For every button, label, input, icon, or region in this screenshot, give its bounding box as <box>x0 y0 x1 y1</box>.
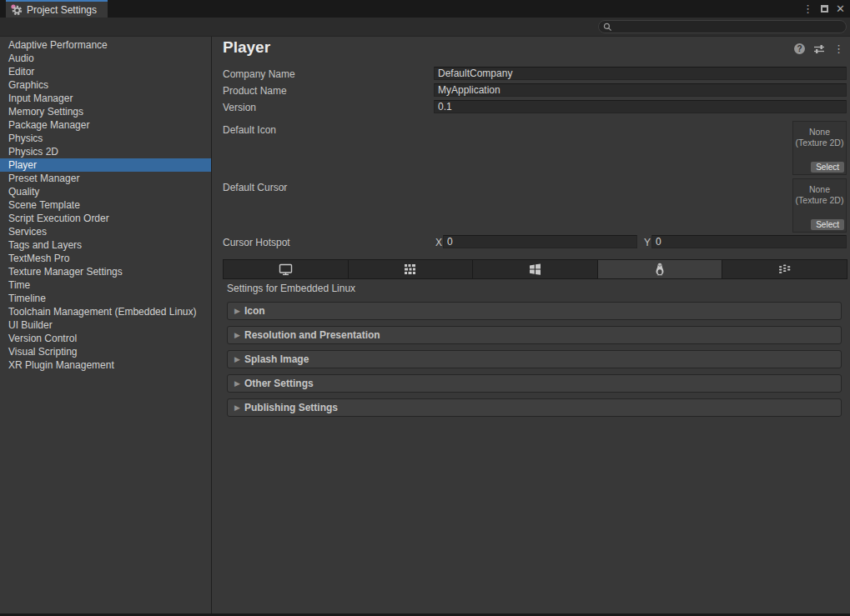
qnx-icon <box>778 264 792 275</box>
platform-tab-windows[interactable] <box>473 260 598 278</box>
windows-icon <box>529 263 541 275</box>
search-icon <box>603 23 612 32</box>
section-splash-image[interactable]: ▶ Splash Image <box>227 350 842 368</box>
sidebar-item-time[interactable]: Time <box>0 278 211 292</box>
sidebar-item-textmesh-pro[interactable]: TextMesh Pro <box>0 252 211 265</box>
settings-sidebar: Adaptive Performance Audio Editor Graphi… <box>0 37 212 616</box>
player-settings-panel: Player ? ⋮ Company Name Product Name Ver… <box>213 37 850 616</box>
section-other-settings[interactable]: ▶ Other Settings <box>227 374 842 393</box>
sidebar-item-adaptive-performance[interactable]: Adaptive Performance <box>0 38 211 52</box>
foldout-arrow-icon: ▶ <box>234 307 244 315</box>
default-icon-select-button[interactable]: Select <box>811 162 844 173</box>
sidebar-item-memory-settings[interactable]: Memory Settings <box>0 105 211 118</box>
sidebar-item-script-execution-order[interactable]: Script Execution Order <box>0 212 211 225</box>
help-icon[interactable]: ? <box>794 43 805 54</box>
foldout-arrow-icon: ▶ <box>234 331 244 339</box>
sidebar-item-timeline[interactable]: Timeline <box>0 292 211 305</box>
titlebar: Project Settings ⋮ ✕ <box>0 0 850 18</box>
sidebar-item-visual-scripting[interactable]: Visual Scripting <box>0 345 211 358</box>
product-name-input[interactable] <box>434 83 847 97</box>
foldout-arrow-icon: ▶ <box>234 355 244 363</box>
sidebar-item-quality[interactable]: Quality <box>0 185 211 198</box>
platform-tab-strip <box>223 259 847 279</box>
window-controls: ⋮ ✕ <box>802 0 845 18</box>
presets-icon[interactable] <box>813 44 825 54</box>
section-publishing-settings[interactable]: ▶ Publishing Settings <box>227 398 842 417</box>
section-resolution-and-presentation[interactable]: ▶ Resolution and Presentation <box>227 326 842 344</box>
sidebar-item-package-manager[interactable]: Package Manager <box>0 118 211 132</box>
default-cursor-none-text: None (Texture 2D) <box>793 179 846 206</box>
default-cursor-label: Default Cursor <box>223 182 287 193</box>
cursor-hotspot-x-label: X <box>435 237 442 248</box>
maximize-icon[interactable] <box>821 5 828 13</box>
default-icon-none-text: None (Texture 2D) <box>793 122 846 148</box>
panel-header-icons: ? ⋮ <box>794 43 844 54</box>
tab-project-settings[interactable]: Project Settings <box>6 0 108 18</box>
company-name-input[interactable] <box>434 67 847 80</box>
sidebar-item-scene-template[interactable]: Scene Template <box>0 198 211 212</box>
dedicated-server-icon <box>404 263 416 275</box>
sidebar-item-texture-manager-settings[interactable]: Texture Manager Settings <box>0 265 211 278</box>
more-options-icon[interactable]: ⋮ <box>833 43 844 54</box>
sidebar-item-services[interactable]: Services <box>0 225 211 238</box>
settings-for-platform-header: Settings for Embedded Linux <box>227 283 355 294</box>
sidebar-item-graphics[interactable]: Graphics <box>0 78 211 92</box>
sidebar-item-version-control[interactable]: Version Control <box>0 332 211 345</box>
tab-title: Project Settings <box>27 4 97 16</box>
cursor-hotspot-x-input[interactable] <box>443 235 637 248</box>
default-cursor-texture-well[interactable]: None (Texture 2D) Select <box>792 178 847 233</box>
close-icon[interactable]: ✕ <box>836 3 845 14</box>
platform-tab-standalone[interactable] <box>224 260 349 278</box>
sidebar-item-preset-manager[interactable]: Preset Manager <box>0 172 211 185</box>
search-input[interactable] <box>614 21 841 33</box>
sidebar-item-xr-plugin-management[interactable]: XR Plugin Management <box>0 358 211 372</box>
desktop-monitor-icon <box>279 263 293 276</box>
sidebar-item-physics[interactable]: Physics <box>0 132 211 145</box>
platform-tab-dedicated-server[interactable] <box>349 260 474 278</box>
default-icon-label: Default Icon <box>223 124 276 136</box>
project-settings-window: Project Settings ⋮ ✕ Adaptive Performanc… <box>0 0 850 616</box>
embedded-linux-penguin-icon <box>654 263 666 276</box>
cursor-hotspot-y-input[interactable] <box>651 235 847 248</box>
sidebar-item-physics-2d[interactable]: Physics 2D <box>0 145 211 158</box>
section-icon[interactable]: ▶ Icon <box>227 302 842 320</box>
window-menu-icon[interactable]: ⋮ <box>802 3 813 14</box>
sidebar-item-audio[interactable]: Audio <box>0 52 211 65</box>
platform-tab-embedded-linux[interactable] <box>598 260 723 278</box>
default-icon-texture-well[interactable]: None (Texture 2D) Select <box>792 121 847 175</box>
toolbar <box>0 18 850 37</box>
sidebar-item-editor[interactable]: Editor <box>0 65 211 78</box>
foldout-arrow-icon: ▶ <box>234 379 244 388</box>
search-box[interactable] <box>598 20 847 33</box>
sidebar-item-input-manager[interactable]: Input Manager <box>0 92 211 105</box>
platform-tab-qnx[interactable] <box>722 260 847 278</box>
project-settings-gear-icon <box>11 4 23 16</box>
foldout-arrow-icon: ▶ <box>234 403 244 412</box>
sidebar-item-toolchain-management[interactable]: Toolchain Management (Embedded Linux) <box>0 305 211 318</box>
version-input[interactable] <box>434 100 847 113</box>
cursor-hotspot-y-label: Y <box>644 237 651 248</box>
company-name-label: Company Name <box>223 68 295 80</box>
default-cursor-select-button[interactable]: Select <box>811 219 844 230</box>
sidebar-item-tags-and-layers[interactable]: Tags and Layers <box>0 238 211 252</box>
page-title: Player <box>223 38 270 57</box>
version-label: Version <box>223 102 256 113</box>
cursor-hotspot-label: Cursor Hotspot <box>223 237 290 248</box>
product-name-label: Product Name <box>223 85 287 97</box>
sidebar-item-ui-builder[interactable]: UI Builder <box>0 318 211 332</box>
sidebar-item-player[interactable]: Player <box>0 158 211 172</box>
